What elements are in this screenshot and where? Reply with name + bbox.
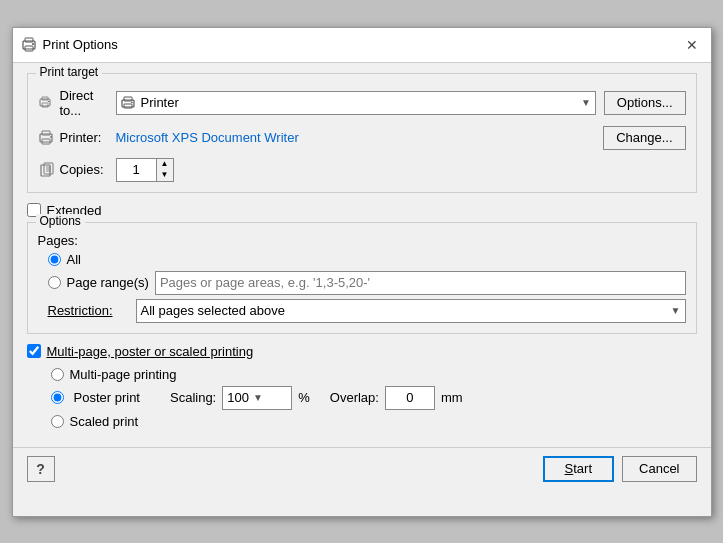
copies-label-group: Copies: bbox=[38, 161, 108, 179]
direct-to-value: Printer bbox=[141, 95, 179, 110]
multi-page-label: Multi-page, poster or scaled printing bbox=[47, 344, 254, 359]
restriction-select[interactable]: All pages selected above ▼ bbox=[136, 299, 686, 323]
scaling-label: Scaling: bbox=[170, 390, 216, 405]
overlap-group: Overlap: mm bbox=[330, 386, 463, 410]
close-button[interactable]: ✕ bbox=[681, 34, 703, 56]
change-button[interactable]: Change... bbox=[603, 126, 685, 150]
svg-point-7 bbox=[47, 100, 49, 102]
spin-down-button[interactable]: ▼ bbox=[157, 170, 173, 181]
overlap-input[interactable] bbox=[385, 386, 435, 410]
direct-to-select[interactable]: Printer ▼ bbox=[116, 91, 596, 115]
footer-right: Start Cancel bbox=[543, 456, 697, 482]
start-button[interactable]: Start bbox=[543, 456, 614, 482]
pages-label: Pages: bbox=[38, 233, 78, 248]
printer-text: Printer: bbox=[60, 130, 102, 145]
help-button[interactable]: ? bbox=[27, 456, 55, 482]
scaled-radio[interactable] bbox=[51, 415, 64, 428]
spin-up-button[interactable]: ▲ bbox=[157, 159, 173, 170]
poster-radio-label: Poster print bbox=[74, 390, 140, 405]
printer-label-group: Printer: bbox=[38, 129, 108, 147]
scaling-arrow: ▼ bbox=[253, 392, 263, 403]
page-range-radio[interactable] bbox=[48, 276, 61, 289]
spin-buttons: ▲ ▼ bbox=[156, 158, 174, 182]
all-radio[interactable] bbox=[48, 253, 61, 266]
percent-label: % bbox=[298, 390, 310, 405]
overlap-label: Overlap: bbox=[330, 390, 379, 405]
options-section: Options Pages: All Page range(s) Restric… bbox=[27, 222, 697, 334]
title-bar-left: Print Options bbox=[21, 37, 118, 53]
copies-text: Copies: bbox=[60, 162, 104, 177]
svg-point-15 bbox=[50, 136, 52, 138]
printer-icon bbox=[121, 96, 135, 110]
multi-page-radio-row: Multi-page printing bbox=[51, 367, 697, 382]
multi-page-options: Multi-page printing Poster print Scaling… bbox=[27, 363, 697, 433]
restriction-arrow: ▼ bbox=[671, 305, 681, 316]
copies-icon bbox=[38, 161, 56, 179]
mm-label: mm bbox=[441, 390, 463, 405]
copies-row: Copies: ▲ ▼ bbox=[38, 158, 686, 182]
print-options-dialog: Print Options ✕ Print target bbox=[12, 27, 712, 517]
scaling-group: Scaling: 100 ▼ % bbox=[170, 386, 310, 410]
options-section-label: Options bbox=[36, 214, 85, 228]
dialog-footer: ? Start Cancel bbox=[13, 447, 711, 492]
direct-to-text: Direct to... bbox=[60, 88, 108, 118]
direct-to-arrow: ▼ bbox=[581, 97, 591, 108]
page-range-label: Page range(s) bbox=[67, 275, 149, 290]
page-range-radio-row: Page range(s) bbox=[38, 271, 686, 295]
multi-page-radio[interactable] bbox=[51, 368, 64, 381]
all-radio-label: All bbox=[67, 252, 81, 267]
restriction-row: Restriction: All pages selected above ▼ bbox=[38, 299, 686, 323]
svg-point-11 bbox=[131, 101, 133, 103]
direct-to-icon bbox=[38, 94, 56, 112]
cancel-button[interactable]: Cancel bbox=[622, 456, 696, 482]
page-range-input[interactable] bbox=[155, 271, 686, 295]
multi-page-radio-label: Multi-page printing bbox=[70, 367, 177, 382]
print-target-label: Print target bbox=[36, 65, 103, 79]
multi-page-checkbox[interactable] bbox=[27, 344, 41, 358]
options-button[interactable]: Options... bbox=[604, 91, 686, 115]
direct-to-row: Direct to... Printer bbox=[38, 88, 686, 118]
printer-row: Printer: Microsoft XPS Document Writer C… bbox=[38, 126, 686, 150]
dialog-title: Print Options bbox=[43, 37, 118, 52]
footer-left: ? bbox=[27, 456, 55, 482]
multi-page-header: Multi-page, poster or scaled printing bbox=[27, 344, 697, 359]
extended-row: Extended bbox=[27, 203, 697, 218]
scaling-select[interactable]: 100 ▼ bbox=[222, 386, 292, 410]
print-target-section: Print target Direct to... bbox=[27, 73, 697, 193]
scaled-radio-row: Scaled print bbox=[51, 414, 697, 429]
printer-row-icon bbox=[38, 129, 56, 147]
restriction-label: Restriction: bbox=[48, 303, 128, 318]
restriction-value: All pages selected above bbox=[141, 303, 286, 318]
start-label: Start bbox=[565, 461, 592, 476]
svg-point-3 bbox=[32, 43, 34, 45]
scaled-radio-label: Scaled print bbox=[70, 414, 139, 429]
printer-value: Microsoft XPS Document Writer bbox=[116, 130, 596, 145]
all-radio-row: All bbox=[38, 252, 686, 267]
dialog-icon bbox=[21, 37, 37, 53]
title-bar: Print Options ✕ bbox=[13, 28, 711, 63]
copies-input[interactable] bbox=[116, 158, 156, 182]
poster-radio[interactable] bbox=[51, 391, 64, 404]
dialog-body: Print target Direct to... bbox=[13, 63, 711, 443]
direct-to-label-group: Direct to... bbox=[38, 88, 108, 118]
copies-spinner: ▲ ▼ bbox=[116, 158, 174, 182]
scaling-value: 100 bbox=[227, 390, 249, 405]
poster-radio-row: Poster print Scaling: 100 ▼ % Overlap: m… bbox=[51, 386, 697, 410]
multi-page-section: Multi-page, poster or scaled printing Mu… bbox=[27, 344, 697, 433]
